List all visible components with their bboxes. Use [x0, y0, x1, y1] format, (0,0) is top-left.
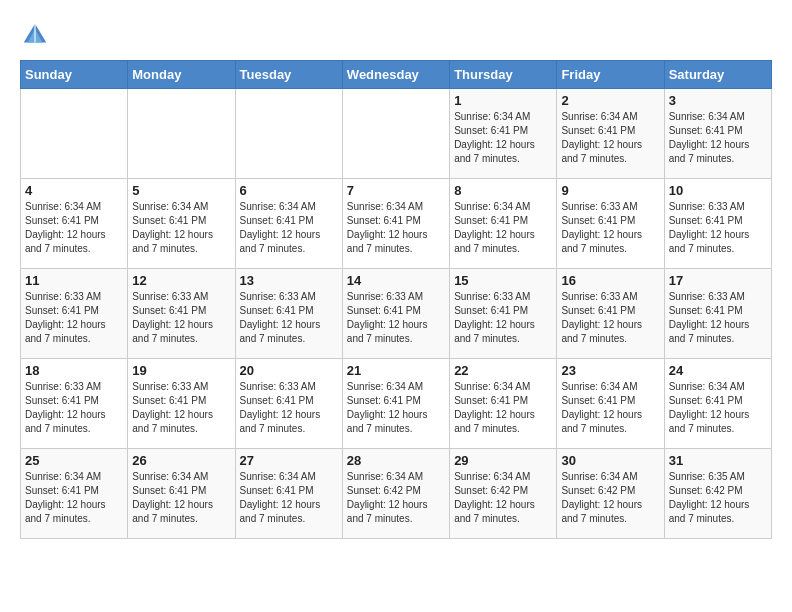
- day-cell: 1Sunrise: 6:34 AM Sunset: 6:41 PM Daylig…: [450, 89, 557, 179]
- day-number: 20: [240, 363, 338, 378]
- day-cell: 19Sunrise: 6:33 AM Sunset: 6:41 PM Dayli…: [128, 359, 235, 449]
- day-info: Sunrise: 6:33 AM Sunset: 6:41 PM Dayligh…: [669, 200, 767, 256]
- day-number: 19: [132, 363, 230, 378]
- day-cell: 11Sunrise: 6:33 AM Sunset: 6:41 PM Dayli…: [21, 269, 128, 359]
- day-cell: [235, 89, 342, 179]
- header-wednesday: Wednesday: [342, 61, 449, 89]
- day-cell: 30Sunrise: 6:34 AM Sunset: 6:42 PM Dayli…: [557, 449, 664, 539]
- day-cell: 31Sunrise: 6:35 AM Sunset: 6:42 PM Dayli…: [664, 449, 771, 539]
- week-row-0: 1Sunrise: 6:34 AM Sunset: 6:41 PM Daylig…: [21, 89, 772, 179]
- day-cell: [21, 89, 128, 179]
- day-number: 29: [454, 453, 552, 468]
- day-cell: 2Sunrise: 6:34 AM Sunset: 6:41 PM Daylig…: [557, 89, 664, 179]
- day-cell: 10Sunrise: 6:33 AM Sunset: 6:41 PM Dayli…: [664, 179, 771, 269]
- day-cell: 18Sunrise: 6:33 AM Sunset: 6:41 PM Dayli…: [21, 359, 128, 449]
- day-cell: 26Sunrise: 6:34 AM Sunset: 6:41 PM Dayli…: [128, 449, 235, 539]
- logo: [20, 20, 54, 50]
- calendar-table: SundayMondayTuesdayWednesdayThursdayFrid…: [20, 60, 772, 539]
- day-info: Sunrise: 6:33 AM Sunset: 6:41 PM Dayligh…: [669, 290, 767, 346]
- calendar-body: 1Sunrise: 6:34 AM Sunset: 6:41 PM Daylig…: [21, 89, 772, 539]
- day-cell: 28Sunrise: 6:34 AM Sunset: 6:42 PM Dayli…: [342, 449, 449, 539]
- day-cell: [342, 89, 449, 179]
- header-friday: Friday: [557, 61, 664, 89]
- day-number: 26: [132, 453, 230, 468]
- day-number: 22: [454, 363, 552, 378]
- day-info: Sunrise: 6:34 AM Sunset: 6:41 PM Dayligh…: [240, 470, 338, 526]
- day-cell: 23Sunrise: 6:34 AM Sunset: 6:41 PM Dayli…: [557, 359, 664, 449]
- page-header: [20, 20, 772, 50]
- day-info: Sunrise: 6:34 AM Sunset: 6:42 PM Dayligh…: [561, 470, 659, 526]
- day-info: Sunrise: 6:34 AM Sunset: 6:41 PM Dayligh…: [347, 380, 445, 436]
- day-number: 5: [132, 183, 230, 198]
- day-info: Sunrise: 6:33 AM Sunset: 6:41 PM Dayligh…: [561, 290, 659, 346]
- day-cell: [128, 89, 235, 179]
- day-number: 27: [240, 453, 338, 468]
- day-info: Sunrise: 6:33 AM Sunset: 6:41 PM Dayligh…: [240, 380, 338, 436]
- day-cell: 6Sunrise: 6:34 AM Sunset: 6:41 PM Daylig…: [235, 179, 342, 269]
- day-number: 7: [347, 183, 445, 198]
- day-cell: 15Sunrise: 6:33 AM Sunset: 6:41 PM Dayli…: [450, 269, 557, 359]
- header-tuesday: Tuesday: [235, 61, 342, 89]
- day-info: Sunrise: 6:34 AM Sunset: 6:41 PM Dayligh…: [669, 110, 767, 166]
- day-number: 30: [561, 453, 659, 468]
- day-info: Sunrise: 6:33 AM Sunset: 6:41 PM Dayligh…: [347, 290, 445, 346]
- day-number: 15: [454, 273, 552, 288]
- day-cell: 8Sunrise: 6:34 AM Sunset: 6:41 PM Daylig…: [450, 179, 557, 269]
- day-number: 2: [561, 93, 659, 108]
- day-info: Sunrise: 6:34 AM Sunset: 6:42 PM Dayligh…: [454, 470, 552, 526]
- day-info: Sunrise: 6:33 AM Sunset: 6:41 PM Dayligh…: [25, 290, 123, 346]
- day-info: Sunrise: 6:34 AM Sunset: 6:41 PM Dayligh…: [454, 110, 552, 166]
- day-cell: 22Sunrise: 6:34 AM Sunset: 6:41 PM Dayli…: [450, 359, 557, 449]
- day-info: Sunrise: 6:34 AM Sunset: 6:41 PM Dayligh…: [25, 470, 123, 526]
- day-number: 24: [669, 363, 767, 378]
- day-cell: 21Sunrise: 6:34 AM Sunset: 6:41 PM Dayli…: [342, 359, 449, 449]
- day-info: Sunrise: 6:34 AM Sunset: 6:41 PM Dayligh…: [669, 380, 767, 436]
- day-number: 25: [25, 453, 123, 468]
- day-cell: 25Sunrise: 6:34 AM Sunset: 6:41 PM Dayli…: [21, 449, 128, 539]
- day-cell: 29Sunrise: 6:34 AM Sunset: 6:42 PM Dayli…: [450, 449, 557, 539]
- day-number: 10: [669, 183, 767, 198]
- day-number: 13: [240, 273, 338, 288]
- day-number: 1: [454, 93, 552, 108]
- day-info: Sunrise: 6:34 AM Sunset: 6:41 PM Dayligh…: [240, 200, 338, 256]
- header-monday: Monday: [128, 61, 235, 89]
- day-cell: 7Sunrise: 6:34 AM Sunset: 6:41 PM Daylig…: [342, 179, 449, 269]
- day-info: Sunrise: 6:33 AM Sunset: 6:41 PM Dayligh…: [454, 290, 552, 346]
- day-cell: 13Sunrise: 6:33 AM Sunset: 6:41 PM Dayli…: [235, 269, 342, 359]
- day-cell: 5Sunrise: 6:34 AM Sunset: 6:41 PM Daylig…: [128, 179, 235, 269]
- day-cell: 3Sunrise: 6:34 AM Sunset: 6:41 PM Daylig…: [664, 89, 771, 179]
- day-number: 11: [25, 273, 123, 288]
- day-info: Sunrise: 6:33 AM Sunset: 6:41 PM Dayligh…: [561, 200, 659, 256]
- week-row-2: 11Sunrise: 6:33 AM Sunset: 6:41 PM Dayli…: [21, 269, 772, 359]
- day-number: 14: [347, 273, 445, 288]
- day-number: 28: [347, 453, 445, 468]
- header-sunday: Sunday: [21, 61, 128, 89]
- day-info: Sunrise: 6:34 AM Sunset: 6:41 PM Dayligh…: [347, 200, 445, 256]
- header-thursday: Thursday: [450, 61, 557, 89]
- day-info: Sunrise: 6:34 AM Sunset: 6:42 PM Dayligh…: [347, 470, 445, 526]
- day-number: 17: [669, 273, 767, 288]
- day-info: Sunrise: 6:34 AM Sunset: 6:41 PM Dayligh…: [132, 470, 230, 526]
- day-info: Sunrise: 6:34 AM Sunset: 6:41 PM Dayligh…: [132, 200, 230, 256]
- week-row-3: 18Sunrise: 6:33 AM Sunset: 6:41 PM Dayli…: [21, 359, 772, 449]
- day-cell: 4Sunrise: 6:34 AM Sunset: 6:41 PM Daylig…: [21, 179, 128, 269]
- week-row-4: 25Sunrise: 6:34 AM Sunset: 6:41 PM Dayli…: [21, 449, 772, 539]
- day-info: Sunrise: 6:34 AM Sunset: 6:41 PM Dayligh…: [561, 380, 659, 436]
- day-number: 8: [454, 183, 552, 198]
- week-row-1: 4Sunrise: 6:34 AM Sunset: 6:41 PM Daylig…: [21, 179, 772, 269]
- day-info: Sunrise: 6:33 AM Sunset: 6:41 PM Dayligh…: [132, 290, 230, 346]
- day-number: 3: [669, 93, 767, 108]
- day-number: 12: [132, 273, 230, 288]
- day-number: 21: [347, 363, 445, 378]
- day-number: 31: [669, 453, 767, 468]
- header-saturday: Saturday: [664, 61, 771, 89]
- day-info: Sunrise: 6:35 AM Sunset: 6:42 PM Dayligh…: [669, 470, 767, 526]
- day-number: 6: [240, 183, 338, 198]
- day-number: 4: [25, 183, 123, 198]
- day-info: Sunrise: 6:34 AM Sunset: 6:41 PM Dayligh…: [454, 200, 552, 256]
- day-info: Sunrise: 6:33 AM Sunset: 6:41 PM Dayligh…: [132, 380, 230, 436]
- day-cell: 16Sunrise: 6:33 AM Sunset: 6:41 PM Dayli…: [557, 269, 664, 359]
- header-row: SundayMondayTuesdayWednesdayThursdayFrid…: [21, 61, 772, 89]
- day-cell: 14Sunrise: 6:33 AM Sunset: 6:41 PM Dayli…: [342, 269, 449, 359]
- day-info: Sunrise: 6:34 AM Sunset: 6:41 PM Dayligh…: [25, 200, 123, 256]
